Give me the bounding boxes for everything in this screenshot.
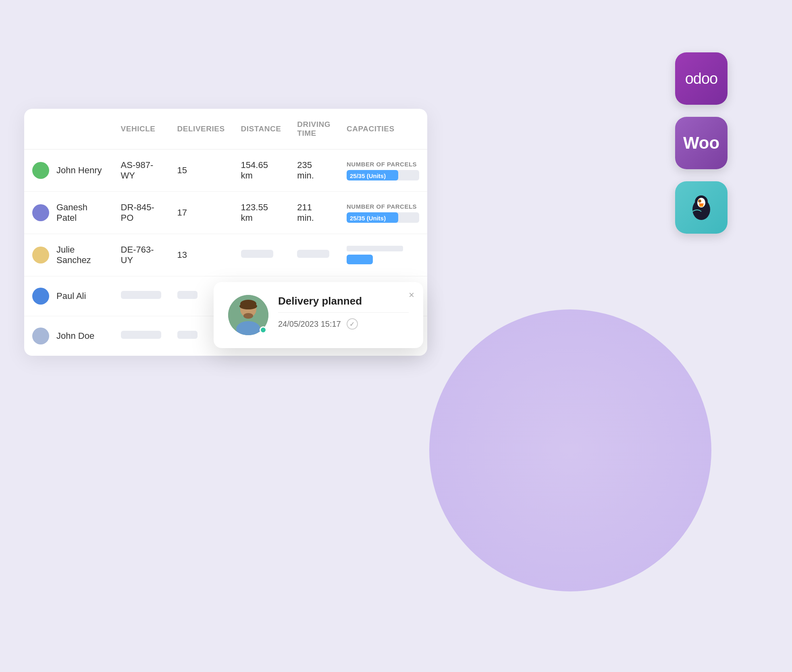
vehicle-cell-4 xyxy=(113,316,169,356)
skeleton xyxy=(241,250,273,258)
driver-name: John Henry xyxy=(56,165,102,176)
skeleton-cap-bar xyxy=(347,255,373,264)
notification-timestamp: 24/05/2023 15:17 xyxy=(278,319,341,329)
col-driving-time: DRIVING TIME xyxy=(289,109,339,149)
puffin-svg-icon xyxy=(685,191,717,224)
distance-cell-1: 123.55 km xyxy=(233,192,289,234)
notification-content: Delivery planned 24/05/2023 15:17 ✓ xyxy=(278,295,409,330)
driver-cell-4: John Doe xyxy=(24,316,113,356)
driver-avatar xyxy=(32,247,49,263)
col-distance: DISTANCE xyxy=(233,109,289,149)
skeleton-cap-label xyxy=(347,246,403,251)
capacity-cell-1: NUMBER OF PARCELS 25/35 (Units) xyxy=(339,192,427,234)
notification-card: Delivery planned 24/05/2023 15:17 ✓ × xyxy=(214,282,423,348)
capacity-bar-fill: 25/35 (Units) xyxy=(347,170,398,180)
background-decoration xyxy=(429,309,711,591)
driving-time-cell-2 xyxy=(289,234,339,276)
driver-avatar xyxy=(32,328,49,344)
notification-meta: 24/05/2023 15:17 ✓ xyxy=(278,318,409,330)
driver-avatar xyxy=(32,162,49,179)
notification-close-button[interactable]: × xyxy=(409,290,414,300)
col-capacities: CAPACITIES xyxy=(339,109,427,149)
capacity-cell-2 xyxy=(339,234,427,276)
puffin-app-icon[interactable] xyxy=(675,181,728,234)
driver-avatar xyxy=(32,288,49,305)
capacity-text: 25/35 (Units) xyxy=(347,215,389,222)
odoo-icon-label: odoo xyxy=(685,70,718,87)
capacity-bar-fill: 25/35 (Units) xyxy=(347,212,398,223)
driver-cell-1: Ganesh Patel xyxy=(24,192,113,234)
driver-cell-0: John Henry xyxy=(24,149,113,192)
woo-icon-label: Woo xyxy=(683,133,719,153)
notification-divider xyxy=(278,312,409,313)
odoo-app-icon[interactable]: odoo xyxy=(675,52,728,105)
driver-avatar xyxy=(32,204,49,221)
vehicle-cell-2: DE-763-UY xyxy=(113,234,169,276)
skeleton xyxy=(177,331,197,339)
notification-title: Delivery planned xyxy=(278,295,409,307)
app-icons-panel: odoo Woo xyxy=(675,52,728,234)
deliveries-cell-2: 13 xyxy=(169,234,233,276)
table-row[interactable]: John Henry AS-987-WY15154.65 km235 min. … xyxy=(24,149,427,192)
skeleton xyxy=(121,291,161,299)
capacity-label: NUMBER OF PARCELS xyxy=(347,203,419,210)
capacity-cell-0: NUMBER OF PARCELS 25/35 (Units) xyxy=(339,149,427,192)
svg-point-7 xyxy=(699,201,700,201)
driver-cell-3: Paul Ali xyxy=(24,276,113,316)
vehicle-cell-1: DR-845-PO xyxy=(113,192,169,234)
table-row[interactable]: Julie Sanchez DE-763-UY13 xyxy=(24,234,427,276)
driving-time-cell-1: 211 min. xyxy=(289,192,339,234)
table-header-row: VEHICLE DELIVERIES DISTANCE DRIVING TIME… xyxy=(24,109,427,149)
capacity-bar-bg: 25/35 (Units) xyxy=(347,170,419,180)
distance-cell-2 xyxy=(233,234,289,276)
driver-name: John Doe xyxy=(56,331,94,341)
notification-status-dot xyxy=(260,326,267,334)
driver-name: Julie Sanchez xyxy=(56,245,105,265)
deliveries-cell-1: 17 xyxy=(169,192,233,234)
svg-point-12 xyxy=(243,313,253,319)
skeleton xyxy=(121,331,161,339)
driver-name: Ganesh Patel xyxy=(56,202,105,223)
skeleton xyxy=(177,291,197,299)
col-driver xyxy=(24,109,113,149)
distance-cell-0: 154.65 km xyxy=(233,149,289,192)
driver-cell-2: Julie Sanchez xyxy=(24,234,113,276)
table-row[interactable]: Ganesh Patel DR-845-PO17123.55 km211 min… xyxy=(24,192,427,234)
col-vehicle: VEHICLE xyxy=(113,109,169,149)
notification-check-icon[interactable]: ✓ xyxy=(347,318,358,330)
vehicle-cell-3 xyxy=(113,276,169,316)
notification-avatar-wrapper xyxy=(228,295,268,335)
woo-app-icon[interactable]: Woo xyxy=(675,117,728,169)
capacity-label: NUMBER OF PARCELS xyxy=(347,161,419,168)
driver-name: Paul Ali xyxy=(56,291,86,301)
col-deliveries: DELIVERIES xyxy=(169,109,233,149)
driving-time-cell-0: 235 min. xyxy=(289,149,339,192)
vehicle-cell-0: AS-987-WY xyxy=(113,149,169,192)
svg-point-11 xyxy=(239,303,257,309)
capacity-bar-bg: 25/35 (Units) xyxy=(347,212,419,223)
deliveries-cell-0: 15 xyxy=(169,149,233,192)
capacity-text: 25/35 (Units) xyxy=(347,172,389,179)
skeleton xyxy=(297,250,329,258)
